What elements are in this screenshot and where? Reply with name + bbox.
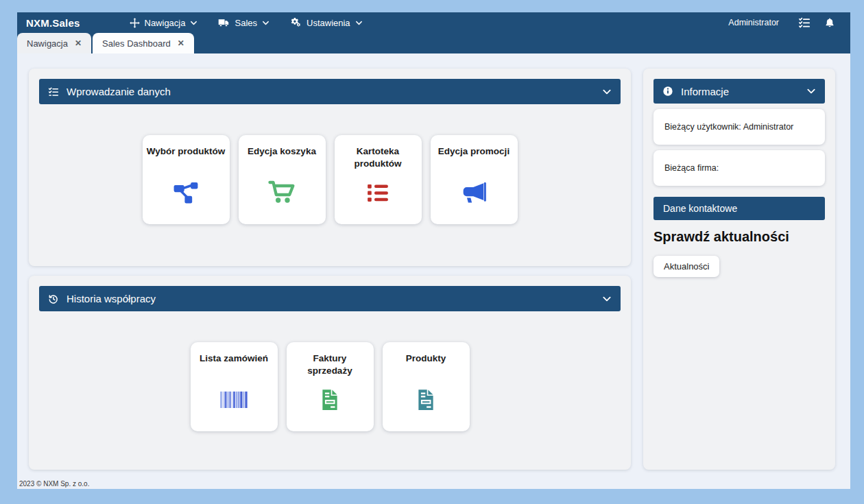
nav-item-label: Nawigacja	[145, 18, 186, 28]
bell-icon[interactable]	[824, 17, 835, 28]
move-icon	[130, 18, 140, 28]
chevron-down-icon[interactable]	[602, 87, 612, 97]
nav-item-nawigacja[interactable]: Nawigacja	[130, 18, 198, 28]
panel-title: Wprowadzanie danych	[67, 86, 171, 97]
tile-faktury-sprzedazy[interactable]: Faktury sprzedaży	[287, 342, 374, 431]
tile-label: Kartoteka produktów	[339, 145, 418, 171]
current-user-card: Bieżący użytkownik: Administrator	[653, 109, 825, 145]
news-heading: Sprawdź aktualności	[653, 229, 825, 245]
megaphone-icon	[460, 171, 488, 213]
panel-title: Historia współpracy	[67, 293, 156, 304]
tasks-icon	[48, 86, 59, 97]
nav-item-sales[interactable]: Sales	[218, 17, 269, 29]
invoice-icon	[318, 379, 341, 420]
chevron-down-icon[interactable]	[806, 86, 816, 96]
app-frame: NXM.Sales Nawigacja Sales	[17, 12, 850, 489]
tab-bar: Nawigacja ✕ Sales Dashboard ✕	[17, 33, 850, 53]
tile-edycja-promocji[interactable]: Edycja promocji	[431, 135, 518, 224]
tab-label: Nawigacja	[27, 38, 68, 49]
current-user-text: Bieżący użytkownik: Administrator	[664, 122, 793, 132]
current-company-card: Bieżąca firma:	[653, 150, 825, 186]
tile-label: Faktury sprzedaży	[291, 352, 370, 379]
tile-label: Lista zamówień	[200, 352, 268, 379]
tile-edycja-koszyka[interactable]: Edycja koszyka	[239, 135, 326, 224]
tab-nawigacja[interactable]: Nawigacja ✕	[17, 33, 91, 53]
tile-wybor-produktow[interactable]: Wybór produktów	[143, 135, 230, 224]
navbar-icons	[798, 16, 835, 29]
tile-label: Wybór produktów	[147, 145, 226, 171]
current-user-label: Administrator	[728, 18, 779, 27]
cards-row: Lista zamówień	[29, 342, 631, 431]
sidebar-panel-title: Informacje	[681, 86, 729, 97]
topbar: NXM.Sales Nawigacja Sales	[17, 12, 850, 53]
tab-label: Sales Dashboard	[102, 38, 171, 49]
tile-kartoteka-produktow[interactable]: Kartoteka produktów	[335, 135, 422, 224]
gears-icon	[290, 17, 302, 29]
checklist-icon[interactable]	[798, 16, 811, 29]
nav-item-label: Sales	[235, 18, 257, 28]
tile-label: Edycja koszyka	[248, 145, 316, 171]
panel-wprowadzanie-danych: Wprowadzanie danych Wybór produktów	[29, 69, 631, 266]
sidebar-header-informacje[interactable]: Informacje	[653, 79, 825, 104]
invoice-icon	[414, 379, 437, 420]
current-company-text: Bieżąca firma:	[664, 163, 719, 173]
nav-item-ustawienia[interactable]: Ustawienia	[290, 17, 363, 29]
diagram-icon	[173, 171, 199, 213]
tile-label: Produkty	[406, 352, 446, 379]
tile-lista-zamowien[interactable]: Lista zamówień	[191, 342, 278, 431]
main-column: Wprowadzanie danych Wybór produktów	[29, 69, 631, 470]
tab-sales-dashboard[interactable]: Sales Dashboard ✕	[93, 33, 194, 53]
nav-item-label: Ustawienia	[307, 18, 350, 28]
chevron-down-icon	[190, 19, 197, 27]
info-icon	[662, 86, 673, 97]
contact-data-label: Dane kontaktowe	[663, 203, 737, 214]
chevron-down-icon	[355, 19, 363, 27]
navbar: NXM.Sales Nawigacja Sales	[17, 12, 850, 33]
chevron-down-icon	[262, 19, 269, 27]
panel-header-wprowadzanie[interactable]: Wprowadzanie danych	[39, 79, 621, 104]
truck-icon	[218, 17, 230, 29]
panel-header-historia[interactable]: Historia współpracy	[39, 286, 621, 311]
content-area: Wprowadzanie danych Wybór produktów	[17, 53, 850, 470]
tile-label: Edycja promocji	[438, 145, 509, 171]
history-icon	[48, 293, 59, 304]
list-icon	[366, 171, 389, 213]
news-button[interactable]: Aktualności	[653, 256, 719, 277]
cards-row: Wybór produktów Edycja koszyka	[29, 135, 631, 224]
chevron-down-icon[interactable]	[602, 294, 612, 304]
close-icon[interactable]: ✕	[178, 38, 184, 48]
sidebar: Informacje Bieżący użytkownik: Administr…	[643, 69, 835, 470]
close-icon[interactable]: ✕	[75, 38, 82, 48]
brand: NXM.Sales	[17, 17, 80, 29]
panel-historia-wspolpracy: Historia współpracy Lista zamówień	[29, 276, 631, 470]
nav-menu: Nawigacja Sales	[130, 17, 363, 29]
tile-produkty[interactable]: Produkty	[383, 342, 470, 431]
footer-copyright: 2023 © NXM Sp. z o.o.	[19, 480, 89, 488]
cart-icon	[268, 171, 296, 213]
navbar-right: Administrator	[728, 16, 850, 29]
barcode-icon	[220, 379, 248, 420]
contact-data-header: Dane kontaktowe	[653, 197, 825, 220]
